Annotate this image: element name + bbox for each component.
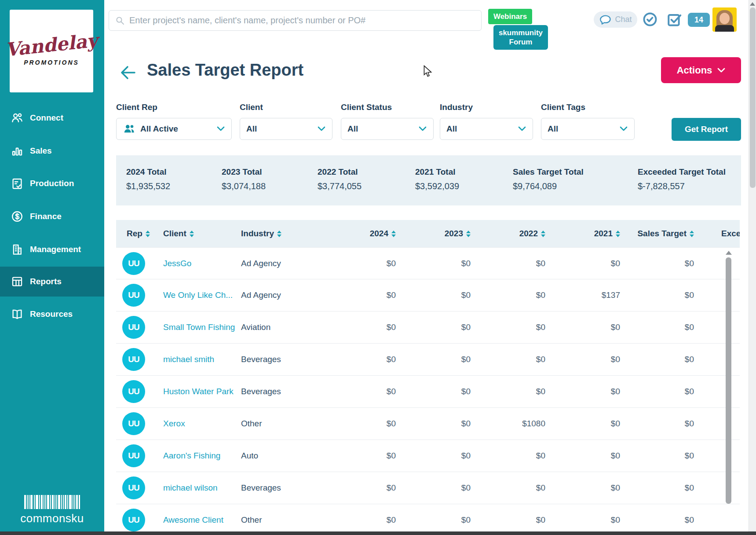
bar-chart-icon: [11, 144, 24, 158]
value-2023: $0: [398, 322, 471, 332]
page-title: Sales Target Report: [147, 61, 303, 80]
value-2024: $0: [310, 322, 396, 332]
column-header-industry[interactable]: Industry: [241, 229, 281, 238]
industry-select[interactable]: All: [440, 118, 533, 140]
value-2021: $0: [547, 419, 620, 429]
value-sales-target: $0: [621, 290, 694, 300]
chat-bubble-icon: [599, 14, 612, 26]
webinars-button[interactable]: Webinars: [488, 9, 532, 24]
forum-label-line2: Forum: [509, 38, 533, 46]
industry-cell: Other: [241, 515, 262, 525]
client-select[interactable]: All: [240, 118, 332, 140]
column-header-2023[interactable]: 2023: [398, 229, 471, 238]
value-2023: $0: [398, 355, 471, 364]
client-link[interactable]: JessGo: [163, 259, 191, 268]
table-header: Rep Client Industry 2024 2023 2022 2021 …: [116, 220, 740, 247]
filter-label-client-status: Client Status: [341, 103, 392, 112]
value-sales-target: $0: [621, 419, 694, 429]
back-button[interactable]: [120, 65, 136, 81]
total-value: $-7,828,557: [638, 181, 726, 191]
table-icon: [11, 275, 24, 288]
client-link[interactable]: Small Town Fishing: [163, 322, 235, 332]
industry-cell: Beverages: [241, 355, 281, 364]
rep-avatar: UU: [122, 444, 145, 467]
column-header-2022[interactable]: 2022: [472, 229, 545, 238]
tasks-checkbox-icon[interactable]: [667, 12, 682, 27]
value-2022: $0: [472, 387, 545, 396]
user-avatar[interactable]: [712, 7, 737, 32]
client-rep-select[interactable]: All Active: [116, 118, 232, 140]
column-header-client[interactable]: Client: [163, 229, 194, 238]
client-link[interactable]: Xerox: [163, 419, 185, 429]
column-header-sales-target[interactable]: Sales Target: [621, 229, 694, 238]
client-link[interactable]: Huston Water Park: [163, 387, 234, 396]
commonsku-wordmark: commonsku: [0, 512, 104, 525]
filter-label-client-rep: Client Rep: [116, 103, 157, 112]
chat-button[interactable]: Chat: [594, 11, 637, 28]
value-sales-target: $0: [621, 451, 694, 461]
notification-badge[interactable]: 14: [688, 13, 710, 27]
get-report-button[interactable]: Get Report: [672, 118, 741, 141]
value-2023: $0: [398, 387, 471, 396]
client-status-select[interactable]: All: [341, 118, 434, 140]
sidebar-item-resources[interactable]: Resources: [0, 299, 104, 329]
column-header-2024[interactable]: 2024: [310, 229, 396, 238]
value-2022: $0: [472, 451, 545, 461]
value-2023: $0: [398, 483, 471, 493]
page-scrollbar-thumb[interactable]: [750, 7, 756, 188]
client-tags-select[interactable]: All: [541, 118, 635, 140]
client-link[interactable]: Awesome Client: [163, 515, 223, 525]
sort-icon: [391, 231, 396, 237]
client-link[interactable]: michael smith: [163, 355, 214, 364]
book-icon: [11, 308, 24, 321]
value-2021: $137: [547, 290, 620, 300]
search-input[interactable]: [129, 15, 475, 26]
sidebar-item-connect[interactable]: Connect: [0, 103, 104, 133]
client-link[interactable]: Aaron's Fishing: [163, 451, 220, 461]
table-row: UU Huston Water Park Beverages $0 $0 $0 …: [116, 376, 740, 408]
sidebar-item-finance[interactable]: Finance: [0, 202, 104, 231]
value-2024: $0: [310, 387, 396, 396]
report-table-body: UU JessGo Ad Agency $0 $0 $0 $0 $0 UU We…: [116, 247, 740, 531]
totals-bar: 2024 Total $1,935,532 2023 Total $3,074,…: [116, 155, 741, 205]
value-sales-target: $0: [621, 259, 694, 268]
value-2023: $0: [398, 290, 471, 300]
sidebar-item-sales[interactable]: Sales: [0, 136, 104, 166]
company-logo-subtitle: PROMOTIONS: [24, 59, 79, 66]
sidebar-item-reports[interactable]: Reports: [0, 267, 104, 297]
client-tags-value: All: [548, 124, 558, 134]
table-row: UU Awesome Client Other $0 $0 $0 $0 $0: [116, 504, 740, 531]
total-label: 2021 Total: [415, 167, 459, 177]
clock-check-icon[interactable]: [642, 11, 658, 27]
people-icon: [11, 111, 24, 125]
rep-avatar: UU: [122, 412, 145, 435]
column-header-exceeded[interactable]: Exce: [721, 229, 740, 238]
scroll-up-arrow-icon[interactable]: [750, 2, 755, 6]
page-scrollbar[interactable]: [749, 0, 756, 535]
skummunity-forum-button[interactable]: skummunity Forum: [493, 25, 548, 50]
global-search: [109, 10, 482, 31]
industry-value: All: [446, 124, 457, 134]
sidebar-item-production[interactable]: Production: [0, 169, 104, 198]
total-2021: 2021 Total $3,592,039: [415, 167, 459, 191]
avatar-body: [715, 25, 734, 32]
table-scrollbar[interactable]: [725, 250, 732, 530]
value-2024: $0: [310, 419, 396, 429]
table-row: UU michael smith Beverages $0 $0 $0 $0 $…: [116, 344, 740, 376]
actions-button[interactable]: Actions: [661, 57, 741, 83]
actions-label: Actions: [677, 65, 712, 76]
sort-icon: [616, 231, 620, 237]
scroll-up-arrow-icon[interactable]: [726, 251, 732, 255]
chevron-down-icon: [619, 126, 628, 132]
filter-label-client-tags: Client Tags: [541, 103, 585, 112]
client-link[interactable]: michael wilson: [163, 483, 218, 493]
column-header-2021[interactable]: 2021: [547, 229, 620, 238]
client-link[interactable]: We Only Like Ch...: [163, 290, 233, 300]
sidebar-item-management[interactable]: Management: [0, 235, 104, 264]
sidebar-item-label: Connect: [30, 113, 63, 123]
column-header-rep[interactable]: Rep: [127, 229, 150, 238]
table-scrollbar-thumb[interactable]: [726, 257, 731, 504]
value-sales-target: $0: [621, 322, 694, 332]
industry-cell: Ad Agency: [241, 290, 281, 300]
value-sales-target: $0: [621, 387, 694, 396]
